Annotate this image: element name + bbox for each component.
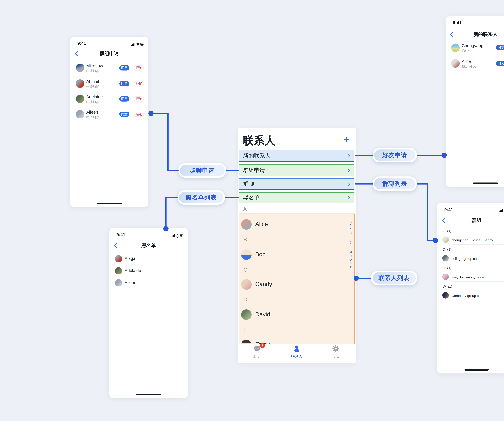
tab-chat[interactable]: 1 聊天 [245,345,269,361]
avatar [241,310,252,320]
list-item[interactable]: MikeLaw 申请加群 同意 拒绝 [70,62,148,74]
list-item[interactable]: Aileen [109,278,188,288]
page-title: 群组 [437,217,504,224]
list-item[interactable]: Aileen 申请加群 同意 拒绝 [70,108,148,120]
connector-line [166,197,178,198]
section-header: D(1) [443,247,451,251]
add-icon[interactable]: + [343,134,349,144]
page-title: 群组申请 [70,50,148,57]
menu-item-group-apply[interactable]: 群组申请 [239,164,354,176]
group-item[interactable]: college group chat [437,254,504,263]
phone-groups-screen: 9:41 群组 C(1) chengchen、bruce、nancy D(1) [437,203,504,374]
connector-line [417,154,443,156]
group-name: Company group chat [452,294,483,298]
group-item[interactable]: chengchen、bruce、nancy [437,236,504,245]
contact-subtitle: 申请加群 [86,85,99,89]
accept-button[interactable]: 同意 [119,65,129,70]
contact-subtitle: 申请加群 [86,69,99,73]
divider [452,263,504,263]
contact-name: Adelaide [125,268,141,273]
avatar [451,59,460,68]
connector-line [151,113,168,114]
home-indicator [97,202,122,204]
connector-line [355,154,372,156]
status-icons [131,41,144,48]
divider [452,281,504,282]
group-item[interactable]: Company group chat [437,291,504,300]
group-name: chengchen、bruce、nancy [452,238,493,243]
avatar [115,267,122,274]
chevron-right-icon [348,194,350,201]
avatar [241,219,252,230]
phone-group-apply-screen: 9:41 群组申请 MikeLaw 申请加群 同意 拒绝 Abi [70,37,148,207]
section-letter: F [244,327,247,333]
connector-line [226,170,239,171]
contact-name: Adelaide [86,94,103,99]
accept-button[interactable]: 同意 [496,61,504,66]
accept-button[interactable]: 同意 [496,45,504,50]
page-title: 联系人 [243,133,275,148]
callout-blacklist-list: 黑名单列表 [177,190,225,205]
callout-group-chat-list: 群聊列表 [372,176,417,191]
menu-item-new-contacts[interactable]: 新的联系人 [239,150,354,162]
contact-row[interactable]: David [239,310,354,320]
contact-name: Aileen [86,110,98,114]
connector-dot [441,152,447,158]
tab-contacts[interactable]: 联系人 [285,345,309,361]
contact-row[interactable]: Candy [239,279,354,290]
contact-name: Abigail [125,256,137,261]
list-item[interactable]: Abigail 申请加群 同意 拒绝 [70,78,148,90]
accept-button[interactable]: 同意 [119,81,129,86]
list-item[interactable]: Alice 我是 Alice 同意 拒绝 [445,58,504,70]
callout-contact-list: 联系人列表 [371,271,417,285]
tab-settings[interactable]: 设置 [324,345,348,361]
contact-name: Bob [255,251,266,257]
avatar [76,95,84,103]
contact-name: Candy [255,281,272,287]
connector-line [417,183,428,184]
avatar [76,64,84,72]
list-item[interactable]: Adelaide 申请加群 同意 拒绝 [70,93,148,105]
accept-button[interactable]: 同意 [119,96,129,101]
status-time: 9:41 [117,232,125,237]
reject-button[interactable]: 拒绝 [134,111,144,117]
connector-line [167,113,168,170]
menu-item-group-chat[interactable]: 群聊 [239,178,354,190]
person-icon [293,345,300,354]
list-item[interactable]: Chengyang 你好! 同意 拒绝 [445,42,504,54]
connector-line [165,197,166,229]
list-item[interactable]: Abigail [109,253,188,264]
contact-name: Abigail [86,79,99,84]
divider [452,244,504,245]
menu-label: 黑名单 [243,194,259,201]
callout-group-chat-apply: 群聊申请 [178,163,226,178]
menu-item-blacklist[interactable]: 黑名单 [239,192,354,204]
avatar [241,279,252,290]
status-time: 9:41 [78,41,86,46]
reject-button[interactable]: 拒绝 [134,65,144,70]
list-item[interactable]: Adelaide [109,265,188,276]
contact-row[interactable]: Bob [239,249,354,260]
contact-row[interactable]: Alice [239,219,354,230]
reject-button[interactable]: 拒绝 [134,96,144,101]
chevron-right-icon [348,181,350,188]
connector-line [167,170,178,171]
avatar [442,236,449,243]
group-item[interactable]: lisa、luluwang、superli [437,273,504,282]
callout-friend-apply: 好友申请 [372,148,417,162]
contact-name: Alice [462,59,471,64]
avatar [241,340,252,344]
home-indicator [464,369,489,371]
avatar [451,43,460,52]
status-icons [499,207,504,214]
alphabet-index[interactable]: ABCDFGJLMNQSTZ [348,220,353,273]
contact-list-highlight-box: Alice B Bob C Candy D David F Frank [239,214,355,344]
contact-row[interactable]: Frank [239,340,354,344]
accept-button[interactable]: 同意 [119,111,129,117]
contacts-main-screen: 联系人 + 新的联系人 群组申请 群聊 黑名单 A Alice B [238,128,356,363]
reject-button[interactable]: 拒绝 [134,81,144,86]
page-title: 黑名单 [109,242,188,249]
chevron-right-icon [348,152,350,159]
connector-dot [432,238,438,243]
section-letter: A [243,206,247,212]
